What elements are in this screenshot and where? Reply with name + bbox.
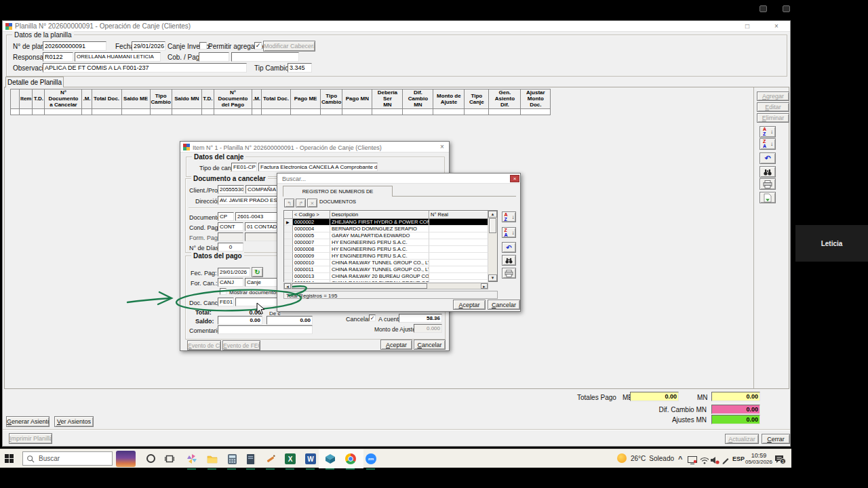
responsable-code-input[interactable]: R0122: [43, 52, 73, 62]
nav-last-button[interactable]: [296, 199, 306, 207]
overlay-control-icon-1[interactable]: [760, 5, 767, 12]
scroll-up-button[interactable]: [488, 211, 497, 218]
grid-row[interactable]: 0000014CHINA RAILWAY 20 BUREAU GROUP COR…: [284, 280, 488, 282]
task-view-button[interactable]: [165, 454, 174, 466]
for-can-code-input[interactable]: CANJ: [218, 278, 243, 287]
taskbar-icon-snipping-tool[interactable]: [264, 453, 277, 465]
cob-pag-input-1[interactable]: [199, 52, 229, 62]
print-button[interactable]: [760, 178, 776, 190]
grid-row[interactable]: 0000002ZHEJIANG FIRST HYDRO & POWER CONS…: [284, 219, 488, 226]
cancelar-checkbox[interactable]: [369, 314, 376, 321]
actualizar-button[interactable]: Actualizar: [725, 434, 759, 444]
taskbar-icon-excel[interactable]: [284, 453, 296, 465]
imprimir-planilla-button[interactable]: Imprimir Planilla: [9, 433, 52, 444]
sort-descending-button[interactable]: ZA: [760, 138, 776, 150]
delete-row-button[interactable]: [307, 199, 317, 207]
grid-row[interactable]: 0000011CHINA RAILWAY TUNNEL GROUP CO., L…: [284, 266, 488, 273]
grid-row[interactable]: 0000009HY ENGINEERING PERU S.A.C.: [284, 253, 488, 260]
comentario-input[interactable]: [218, 325, 313, 334]
print-button[interactable]: [502, 268, 516, 279]
client-code-input[interactable]: 205555300: [218, 185, 244, 194]
find-button[interactable]: [760, 166, 776, 178]
scroll-thumb[interactable]: [292, 283, 427, 289]
ver-asientos-button[interactable]: Ver Asientos: [54, 416, 94, 427]
grid-row[interactable]: 0000007HY ENGINEERING PERU S.A.C.: [284, 239, 488, 246]
eliminar-button[interactable]: Eliminar: [757, 113, 789, 123]
pen-tray-icon[interactable]: [722, 455, 730, 467]
taskbar-icon-3d-box[interactable]: [324, 453, 336, 465]
a-cuenta-field[interactable]: 58.36: [399, 314, 442, 323]
item-aceptar-button[interactable]: Aceptar: [380, 340, 412, 350]
tab-registro-documentos[interactable]: REGISTRO DE NUMEROS DE DOCUMENTOS: [283, 186, 393, 197]
agregar-button[interactable]: Agregar: [757, 92, 789, 101]
notifications-button[interactable]: 3: [774, 453, 784, 466]
taskbar-icon-file-explorer[interactable]: [206, 453, 218, 465]
tipo-canje-input[interactable]: FE01-CP: [231, 163, 257, 171]
volume-tray-icon[interactable]: [710, 455, 719, 467]
doc-cancel-code-input[interactable]: FE01: [218, 298, 234, 306]
grid-row[interactable]: 0000008HY ENGINEERING PERU S.A.C.: [284, 246, 488, 253]
tip-cambio-input[interactable]: 3.345: [288, 63, 312, 73]
spotlight-thumbnail[interactable]: [116, 451, 136, 467]
search-aceptar-button[interactable]: Aceptar: [453, 300, 486, 310]
display-tray-icon[interactable]: [688, 455, 697, 467]
col-descripcion-header[interactable]: Descripción: [330, 211, 429, 219]
fec-pag-input[interactable]: 29/01/2026: [218, 268, 250, 277]
sort-ascending-button[interactable]: AZ: [502, 211, 516, 222]
language-indicator[interactable]: ESP: [732, 455, 745, 462]
scroll-down-button[interactable]: [488, 274, 497, 281]
chevron-up-icon[interactable]: [678, 455, 682, 463]
weather-button[interactable]: 26°C Soleado: [617, 453, 674, 463]
observacion-input[interactable]: APLICA DE FT COMIS A LA F001-237: [43, 63, 247, 73]
canje-inverso-checkbox[interactable]: [199, 42, 207, 49]
modificar-cabecera-button[interactable]: Modificar Cabecera...: [263, 41, 315, 52]
wifi-tray-icon[interactable]: [700, 455, 709, 467]
vertical-scrollbar[interactable]: [488, 211, 497, 281]
mostrar-docs-checkbox[interactable]: [220, 288, 226, 295]
dias-input[interactable]: 0: [218, 243, 243, 251]
taskbar-search-box[interactable]: Buscar: [22, 451, 113, 466]
search-cancelar-button[interactable]: Cancelar: [488, 300, 520, 310]
planilla-input[interactable]: 202600000091: [43, 41, 106, 51]
undo-button[interactable]: [502, 242, 516, 253]
grid-row[interactable]: 0000010CHINA RAILWAY TUNNEL GROUP CO., L…: [284, 260, 488, 266]
clock[interactable]: 10:59 05/03/2026: [745, 452, 773, 466]
export-button[interactable]: [760, 192, 776, 203]
close-icon[interactable]: [510, 175, 519, 182]
fecha-input[interactable]: 29/01/2026: [132, 41, 165, 51]
nav-first-button[interactable]: [284, 199, 294, 207]
cob-pag-input-2[interactable]: [231, 52, 299, 62]
taskbar-icon-chrome[interactable]: [344, 453, 357, 465]
sort-ascending-button[interactable]: AZ: [760, 126, 776, 138]
grid-row[interactable]: 0000004BERNARDO DOMINGUEZ SERAPIO: [284, 226, 488, 232]
permitir-agregar-checkbox[interactable]: [254, 42, 262, 49]
grid-row[interactable]: 0000013CHINA RAILWAY 20 BUREAU GROUP COR…: [284, 273, 488, 280]
taskbar-icon-calculator[interactable]: [226, 453, 238, 465]
find-button[interactable]: [502, 255, 516, 266]
editar-button[interactable]: Editar: [757, 102, 789, 112]
grid-row[interactable]: 0000005GARAY MALPARTIDA EDWARDO: [284, 232, 488, 239]
scroll-thumb[interactable]: [489, 218, 496, 233]
start-button[interactable]: [5, 454, 14, 464]
taskbar-icon-pinwheel[interactable]: [186, 453, 198, 465]
scroll-right-button[interactable]: [481, 283, 488, 289]
col-codigo-header[interactable]: < Codigo >: [293, 211, 330, 219]
item-cancelar-button[interactable]: Cancelar: [414, 340, 446, 350]
cerrar-button[interactable]: Cerrar: [762, 434, 790, 444]
col-real-header[interactable]: N° Real: [429, 211, 488, 219]
overlay-control-icon-2[interactable]: [783, 5, 790, 12]
responsable-name-input[interactable]: ORELLANA HUAMANI LETICIA: [75, 52, 161, 62]
sort-descending-button[interactable]: ZA: [502, 227, 516, 238]
evento-fe01-button[interactable]: Evento de FE01: [222, 340, 260, 350]
maximize-icon[interactable]: [745, 22, 749, 30]
close-icon[interactable]: [774, 22, 778, 30]
taskbar-icon-notebook[interactable]: [245, 453, 257, 465]
refresh-date-button[interactable]: [252, 267, 263, 277]
taskbar-icon-word[interactable]: [304, 453, 317, 465]
generar-asientos-button[interactable]: Generar Asientos: [6, 416, 50, 427]
horizontal-scrollbar[interactable]: [283, 283, 488, 289]
taskbar-icon-zoom[interactable]: [365, 453, 377, 465]
cortana-button[interactable]: [146, 454, 155, 463]
scroll-left-button[interactable]: [284, 283, 291, 289]
tab-detalle-planilla[interactable]: Detalle de Planilla: [5, 77, 64, 87]
